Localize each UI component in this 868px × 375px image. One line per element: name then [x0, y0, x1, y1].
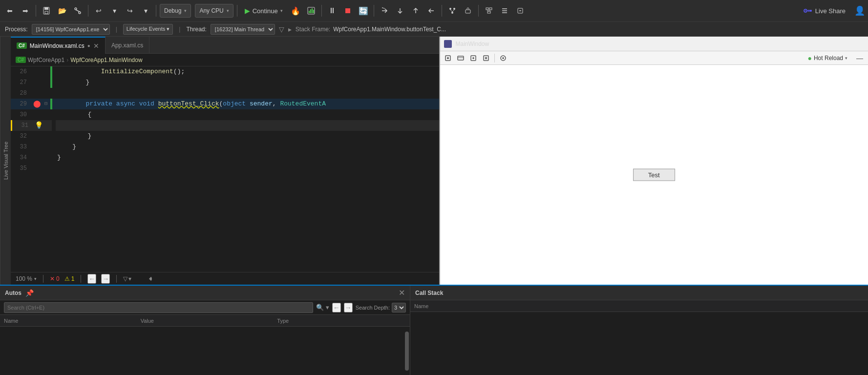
wpf-tb-btn1[interactable] [442, 53, 454, 63]
debug-mode-dropdown[interactable]: Debug ▾ [160, 4, 191, 18]
thread-btn[interactable] [445, 3, 459, 18]
process-select[interactable]: [14156] WpfCoreApp1.exe [32, 24, 110, 35]
autos-pin-btn[interactable]: 📌 [25, 289, 34, 297]
svg-rect-19 [487, 11, 490, 13]
save-btn[interactable] [40, 3, 53, 18]
tab-app-xaml-cs[interactable]: App.xaml.cs [106, 37, 149, 54]
autos-search-btn[interactable]: 🔍 ▾ [316, 304, 329, 311]
code-editor[interactable]: 26 InitializeComponent(); 27 } [11, 66, 439, 272]
autos-scrollbar[interactable] [405, 332, 409, 371]
step-back-btn[interactable] [424, 3, 438, 18]
col-value-label: Value [141, 318, 154, 324]
step-over-btn[interactable] [378, 3, 391, 18]
execution-indicator: 💡 [35, 120, 43, 131]
call-stack-col-label: Name [414, 303, 428, 309]
code-line-33: 33 } [11, 142, 439, 152]
wpf-tb-btn3[interactable] [467, 53, 479, 63]
redo-btn[interactable]: ↪ [123, 3, 137, 18]
step-out-btn[interactable] [409, 3, 423, 18]
stack-frame-value: WpfCoreApp1.MainWindow.buttonTest_C... [333, 26, 446, 33]
col-name-label: Name [4, 318, 18, 324]
left-vtab-label: Live Visual Tree [3, 142, 9, 180]
toolbar-sep-5 [321, 5, 322, 17]
code-line-26: 26 InitializeComponent(); [11, 66, 439, 77]
toolbar-sep-1 [36, 5, 36, 17]
stop-btn[interactable]: ⏹ [341, 3, 355, 18]
wpf-tb-btn2[interactable] [455, 53, 466, 63]
profiler-btn[interactable] [304, 3, 318, 18]
live-share-btn[interactable]: Live Share [800, 7, 849, 15]
nav-forward-btn[interactable]: ➡ [19, 3, 32, 18]
code-line-30: 30 { [11, 109, 439, 120]
breadcrumb-badge: C# [16, 57, 26, 63]
svg-line-14 [450, 10, 452, 12]
hot-reload-btn[interactable]: ● Hot Reload ▾ [804, 54, 850, 62]
live-share-label: Live Share [815, 7, 846, 15]
fwd-nav-btn[interactable]: → [101, 274, 110, 284]
exception-btn[interactable] [461, 3, 475, 18]
error-btn[interactable]: ✕ 0 [50, 275, 60, 282]
stack-frame-area: Stack Frame: WpfCoreApp1.MainWindow.butt… [296, 26, 863, 33]
live-visual-tree-tab[interactable]: Live Visual Tree [0, 37, 11, 285]
undo-dropdown-btn[interactable]: ▾ [107, 3, 121, 18]
filter2-btn[interactable]: ▸ [288, 25, 292, 33]
back-nav-btn[interactable]: ← [87, 274, 96, 284]
flame-btn[interactable]: 🔥 [289, 3, 302, 18]
restart-btn[interactable]: 🔄 [357, 3, 370, 18]
source-control-btn[interactable] [71, 3, 85, 18]
lifecycle-label: Lifecycle Events [127, 26, 165, 32]
code-line-32: 32 } [11, 131, 439, 142]
autos-back-btn[interactable]: ← [332, 303, 341, 312]
tab1-label: MainWindow.xaml.cs [30, 42, 85, 49]
redo-dropdown-btn[interactable]: ▾ [139, 3, 152, 18]
wpf-tb-sep1 [494, 54, 495, 62]
filter-btn[interactable]: ▽ [279, 25, 284, 33]
code-line-35: 35 [11, 163, 439, 174]
toolbar-sep-2 [88, 5, 88, 17]
pause-btn[interactable]: ⏸ [325, 3, 339, 18]
wpf-titlebar: MainWindow [440, 37, 868, 51]
svg-point-29 [810, 10, 812, 12]
step-into-btn[interactable] [393, 3, 407, 18]
code-line-28: 28 [11, 88, 439, 99]
tab1-close-btn[interactable]: ✕ [93, 42, 99, 49]
user-profile-btn[interactable]: 👤 [854, 5, 865, 16]
wpf-panel-collapse-btn[interactable]: — [853, 54, 866, 62]
col-type-header: Type [273, 315, 410, 326]
call-stack-col-name: Name [410, 300, 868, 312]
collapse-all-btn[interactable] [513, 3, 527, 18]
wpf-app-window: MainWindow [439, 37, 868, 285]
code-map-btn[interactable] [482, 3, 496, 18]
nav-back-btn[interactable]: ⬅ [3, 3, 17, 18]
continue-btn[interactable]: ▶ Continue ▾ [241, 4, 287, 18]
autos-search-input[interactable] [4, 302, 313, 313]
continue-label: Continue [253, 7, 278, 15]
svg-rect-16 [466, 10, 470, 13]
cpu-dropdown[interactable]: Any CPU ▾ [195, 4, 233, 18]
hot-reload-icon: ● [807, 54, 811, 62]
lifecycle-events-btn[interactable]: Lifecycle Events ▾ [123, 24, 173, 35]
wpf-tb-btn5[interactable] [497, 53, 509, 63]
autos-close-btn[interactable]: ✕ [399, 288, 405, 297]
depth-select[interactable]: 3 [392, 303, 406, 312]
play-icon: ▶ [245, 7, 250, 15]
scroll-btn[interactable] [146, 276, 152, 282]
tab-mainwindow-xaml-cs[interactable]: C# MainWindow.xaml.cs ● ✕ [11, 37, 106, 54]
call-stack-scroll[interactable] [410, 312, 868, 375]
hot-reload-arrow: ▾ [845, 56, 847, 61]
autos-scroll-area[interactable] [0, 327, 410, 375]
cpu-arrow: ▾ [227, 8, 229, 13]
autos-fwd-btn[interactable]: → [344, 303, 353, 312]
call-stack-header: Call Stack [410, 286, 868, 300]
undo-btn[interactable]: ↩ [92, 3, 106, 18]
warning-btn[interactable]: ⚠ 1 [64, 275, 75, 282]
zoom-control[interactable]: 100 % ▾ [16, 275, 37, 282]
open-btn[interactable]: 📂 [55, 3, 69, 18]
filter-status-btn[interactable]: ▽ ▾ [123, 275, 131, 282]
autos-panel-title: Autos [5, 290, 21, 296]
expand-all-btn[interactable] [498, 3, 511, 18]
wpf-test-button[interactable]: Test [633, 169, 675, 181]
svg-rect-32 [458, 56, 464, 60]
wpf-tb-btn4[interactable] [480, 53, 492, 63]
thread-select[interactable]: [16232] Main Thread [211, 24, 275, 35]
